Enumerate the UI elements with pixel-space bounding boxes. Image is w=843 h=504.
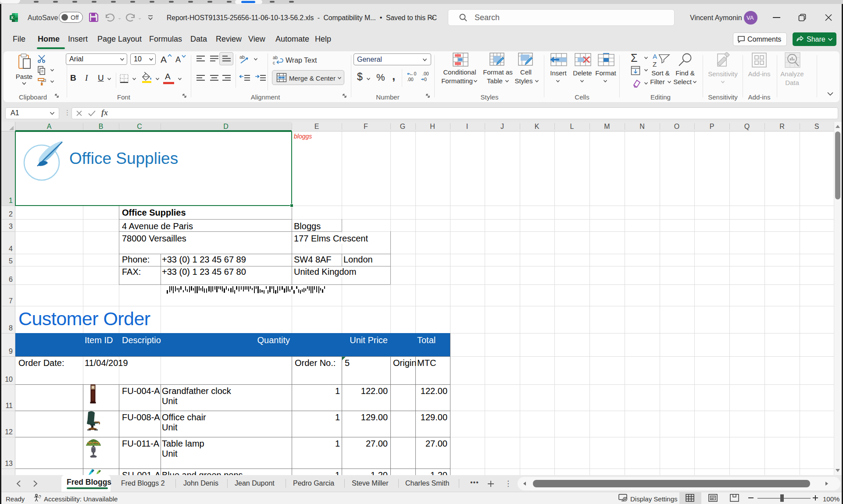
- svg-text:c: c: [273, 60, 275, 65]
- svg-text:?: ?: [39, 495, 41, 500]
- svg-text:X: X: [11, 15, 14, 20]
- svg-text:0: 0: [424, 77, 427, 82]
- svg-text:Z: Z: [653, 60, 657, 68]
- svg-text:←0: ←0: [409, 71, 417, 76]
- svg-text:ab: ab: [273, 55, 278, 60]
- svg-text:ab: ab: [239, 54, 245, 60]
- svg-text:.00: .00: [407, 77, 414, 82]
- svg-text:.00: .00: [422, 71, 429, 76]
- svg-text:A: A: [653, 53, 657, 60]
